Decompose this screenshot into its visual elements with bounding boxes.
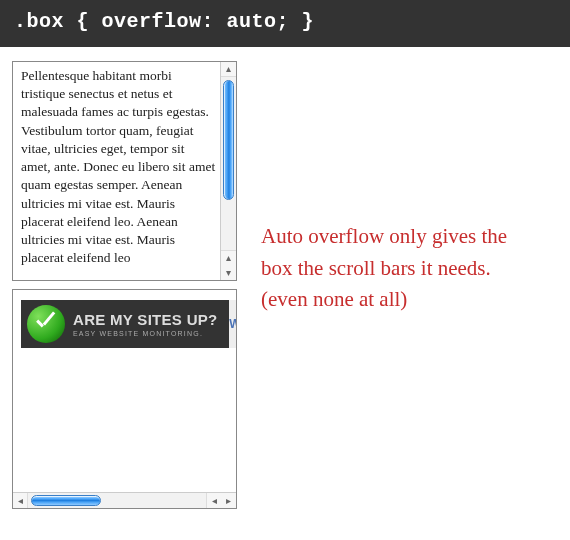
- content-area: Pellentesque habitant morbi tristique se…: [0, 47, 570, 523]
- overflow-box-horizontal: ARE MY SITES UP? EASY WEBSITE MONITORING…: [12, 289, 237, 509]
- banner-text: ARE MY SITES UP? EASY WEBSITE MONITORING…: [73, 312, 218, 337]
- vertical-scroll-thumb[interactable]: [223, 80, 234, 200]
- site-banner: ARE MY SITES UP? EASY WEBSITE MONITORING…: [21, 300, 237, 348]
- explanatory-caption: Auto overflow only gives the box the scr…: [261, 221, 541, 509]
- horizontal-scroll-thumb[interactable]: [31, 495, 101, 506]
- banner-subtitle: EASY WEBSITE MONITORING.: [73, 330, 218, 337]
- css-rule: .box { overflow: auto; }: [0, 0, 570, 47]
- scroll-down-arrow-icon[interactable]: ▾: [221, 265, 236, 280]
- vertical-scrollbar[interactable]: ▴ ▴ ▾: [220, 62, 236, 280]
- banner-title: ARE MY SITES UP?: [73, 312, 218, 327]
- checkmark-icon: [27, 305, 65, 343]
- banner-cutoff-letter: W: [229, 300, 237, 348]
- scroll-left-arrow2-icon[interactable]: ◂: [206, 493, 221, 508]
- demo-column: Pellentesque habitant morbi tristique se…: [12, 61, 237, 509]
- overflow-box-vertical: Pellentesque habitant morbi tristique se…: [12, 61, 237, 281]
- horizontal-scrollbar[interactable]: ◂ ◂ ▸: [13, 492, 236, 508]
- scroll-up-arrow2-icon[interactable]: ▴: [221, 250, 236, 265]
- scroll-right-arrow-icon[interactable]: ▸: [221, 493, 236, 508]
- scroll-up-arrow-icon[interactable]: ▴: [221, 62, 236, 77]
- lorem-text: Pellentesque habitant morbi tristique se…: [21, 68, 215, 265]
- scroll-left-arrow-icon[interactable]: ◂: [13, 493, 28, 508]
